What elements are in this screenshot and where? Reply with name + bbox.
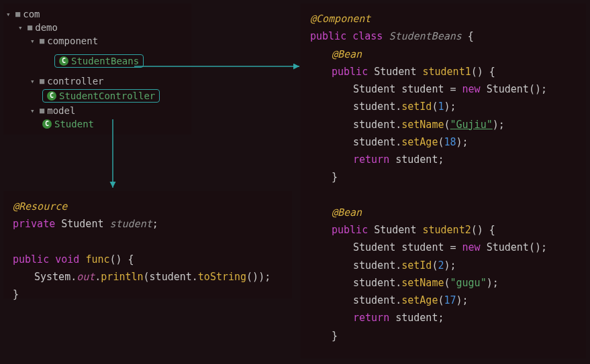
folder-icon: ■ bbox=[40, 106, 44, 115]
project-tree: ▾ ■ com ▾ ■ demo ▾ ■ component C Student… bbox=[3, 3, 191, 135]
chevron-down-icon: ▾ bbox=[30, 37, 40, 46]
tree-label: StudentBeans bbox=[71, 56, 139, 66]
tree-label: Student bbox=[54, 119, 94, 129]
tree-item-student[interactable]: C Student bbox=[6, 117, 189, 131]
class-icon: C bbox=[47, 91, 56, 101]
tree-label: model bbox=[47, 105, 75, 116]
tree-label: com bbox=[23, 9, 40, 19]
tree-item-com[interactable]: ▾ ■ com bbox=[6, 7, 189, 21]
tree-label: demo bbox=[35, 22, 58, 33]
folder-icon: ■ bbox=[28, 23, 32, 32]
tree-item-model[interactable]: ▾ ■ model bbox=[6, 104, 189, 117]
chevron-down-icon: ▾ bbox=[30, 77, 40, 86]
folder-icon: ■ bbox=[40, 36, 44, 46]
tree-item-component[interactable]: ▾ ■ component bbox=[6, 34, 189, 48]
annotation: @Resource bbox=[13, 200, 67, 213]
chevron-down-icon: ▾ bbox=[30, 107, 40, 115]
tree-label: StudentController bbox=[59, 90, 155, 101]
folder-icon: ■ bbox=[40, 76, 44, 86]
tree-item-studentcontroller[interactable]: C StudentController bbox=[6, 88, 189, 104]
code-snippet-controller: @Resource private Student student; publi… bbox=[3, 191, 292, 298]
chevron-down-icon: ▾ bbox=[6, 10, 15, 19]
class-icon: C bbox=[42, 119, 52, 129]
chevron-down-icon: ▾ bbox=[18, 23, 28, 32]
class-icon: C bbox=[59, 56, 68, 66]
tree-item-demo[interactable]: ▾ ■ demo bbox=[6, 21, 189, 34]
tree-label: component bbox=[47, 36, 98, 46]
tree-label: controller bbox=[47, 76, 103, 86]
tree-item-studentbeans[interactable]: C StudentBeans bbox=[6, 53, 189, 69]
annotation: @Component bbox=[310, 13, 371, 25]
folder-icon: ■ bbox=[15, 9, 20, 19]
tree-item-controller[interactable]: ▾ ■ controller bbox=[6, 74, 189, 88]
code-snippet-beans: @Component public class StudentBeans { @… bbox=[301, 3, 586, 359]
